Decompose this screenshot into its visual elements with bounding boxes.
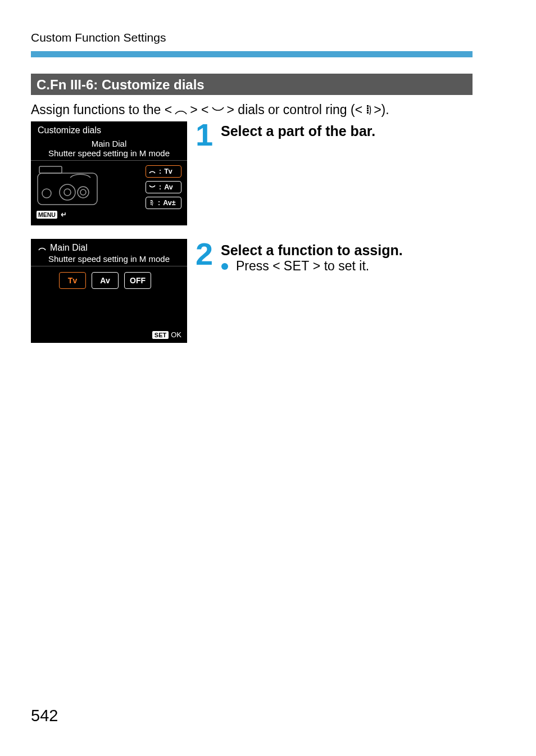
svg-point-6 [60, 184, 75, 200]
option-av: Av [92, 272, 119, 289]
intro-mid1: > < [190, 102, 208, 117]
svg-point-9 [78, 187, 89, 198]
bullet-set: SET [284, 259, 310, 274]
intro-suffix: >). [374, 102, 389, 117]
option-tv: Tv [59, 272, 86, 289]
arc-down-icon [148, 184, 156, 190]
step-2-bullet: Press < SET > to set it. [221, 259, 369, 274]
main-dial-icon [173, 105, 189, 116]
svg-rect-12 [151, 202, 152, 203]
step-2-heading: Select a function to assign. [221, 242, 403, 259]
menu-label: MENU [37, 211, 57, 219]
svg-rect-4 [39, 166, 62, 173]
legend-av-chip: : Av [146, 181, 181, 193]
legend-tv-chip: : Tv [146, 165, 181, 178]
intro-text: Assign functions to the < > < > dials or… [31, 102, 389, 117]
ss1-dial-name: Main Dial [31, 137, 187, 148]
ring-icon [148, 200, 155, 206]
back-arrow-icon [58, 211, 66, 218]
set-ok-indicator: SET OK [152, 331, 181, 339]
svg-rect-0 [367, 105, 369, 107]
control-ring-icon [364, 104, 373, 116]
legend-tv-label: Tv [164, 168, 172, 175]
svg-rect-11 [151, 200, 152, 201]
page-number: 542 [31, 707, 58, 725]
quick-dial-icon [210, 105, 226, 116]
legend-avpm-label: Av± [163, 199, 175, 207]
arc-up-icon [38, 245, 47, 251]
intro-mid2: > dials or control ring (< [227, 102, 363, 117]
option-off: OFF [124, 272, 151, 289]
camera-ui-screenshot-2: Main Dial Shutter speed setting in M mod… [31, 239, 187, 343]
legend-avpm-chip: : Av± [146, 197, 181, 209]
dial-legend: : Tv : Av : Av± [146, 165, 181, 209]
cfn-heading: C.Fn III-6: Customize dials [31, 74, 473, 95]
ss2-subtitle: Shutter speed setting in M mode [31, 254, 187, 266]
svg-rect-13 [151, 203, 152, 205]
step-1-heading: Select a part of the bar. [221, 123, 375, 139]
ok-label: OK [171, 331, 181, 339]
svg-rect-1 [367, 107, 369, 109]
svg-point-7 [64, 189, 71, 196]
bullet-dot-icon [221, 263, 228, 270]
camera-body-diagram-icon [37, 165, 98, 207]
svg-rect-3 [367, 112, 369, 114]
camera-ui-screenshot-1: Customize dials Main Dial Shutter speed … [31, 121, 187, 225]
step-2-number: 2 [196, 236, 213, 272]
ss2-option-row: Tv Av OFF [31, 266, 187, 289]
intro-prefix: Assign functions to the < [31, 102, 172, 117]
step-1-number: 1 [196, 116, 213, 153]
menu-back-indicator: MENU [37, 211, 66, 219]
svg-point-8 [42, 189, 51, 198]
bullet-post: > to set it. [313, 259, 369, 274]
svg-point-10 [80, 189, 86, 195]
ss1-dial-function: Shutter speed setting in M mode [31, 148, 187, 161]
page-section-title: Custom Function Settings [31, 31, 166, 44]
svg-rect-2 [367, 110, 369, 111]
ss2-title: Main Dial [50, 243, 88, 253]
set-chip: SET [152, 331, 169, 339]
ss1-title: Customize dials [31, 121, 187, 137]
bullet-pre: Press < [236, 259, 280, 274]
arc-up-icon [148, 169, 156, 174]
legend-av-label: Av [164, 183, 173, 191]
blue-separator [31, 51, 473, 57]
